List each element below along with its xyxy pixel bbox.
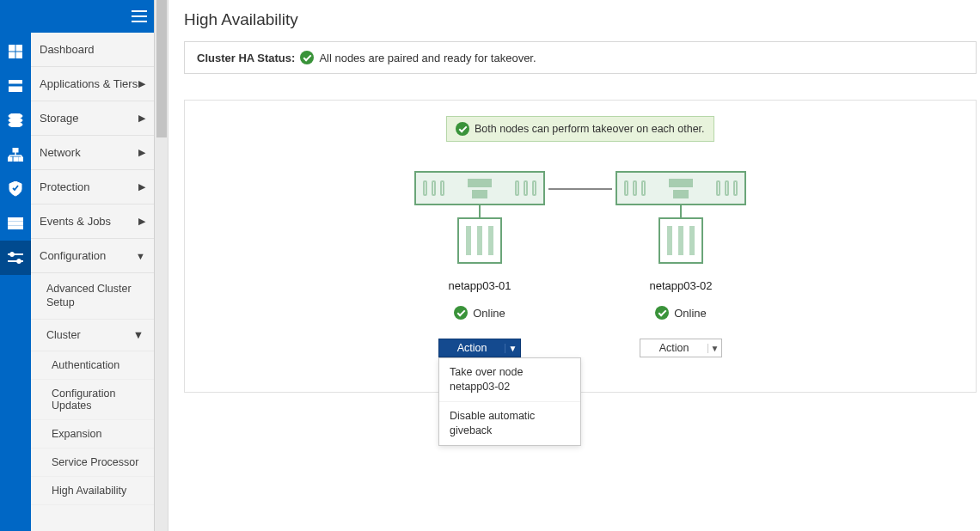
takeover-info-box: Both nodes can perform takeover on each … (446, 116, 714, 142)
node-status-text: Online (473, 307, 505, 320)
svg-rect-9 (13, 148, 18, 152)
connector-stem (680, 205, 682, 217)
sidebar-item-storage[interactable]: Storage ▶ (31, 101, 154, 136)
svg-rect-5 (9, 87, 22, 92)
svg-rect-0 (9, 45, 15, 51)
svg-rect-1 (16, 45, 22, 51)
sidebar-item-network[interactable]: Network ▶ (31, 136, 154, 170)
sidebar-leaf-authentication[interactable]: Authentication (31, 351, 154, 380)
sidebar-item-label: Events & Jobs (40, 215, 111, 228)
svg-rect-10 (8, 157, 12, 162)
protection-icon[interactable] (0, 172, 31, 206)
sidebar-item-configuration[interactable]: Configuration ▼ (31, 239, 154, 273)
svg-rect-2 (9, 52, 15, 58)
sidebar-item-label: Network (40, 146, 81, 159)
chevron-right-icon: ▶ (138, 147, 145, 158)
ha-panel: Both nodes can perform takeover on each … (184, 100, 977, 393)
controller-icon (414, 171, 545, 205)
node-action-button[interactable]: Action ▼ (438, 339, 521, 357)
sidebar-top-bar (31, 0, 154, 33)
node-card: netapp03-01 Online Action ▼ Take over no… (411, 171, 548, 357)
node-action-button[interactable]: Action ▼ (640, 339, 722, 357)
storage-icon[interactable] (0, 103, 31, 137)
sidebar-item-label: Applications & Tiers (40, 77, 138, 90)
sidebar-item-dashboard[interactable]: Dashboard (31, 33, 154, 67)
chevron-right-icon: ▶ (138, 78, 145, 89)
sidebar-item-label: Protection (40, 180, 90, 193)
sidebar-item-label: Configuration (40, 249, 106, 262)
check-icon (300, 51, 314, 64)
takeover-info-text: Both nodes can perform takeover on each … (475, 123, 705, 135)
caret-down-icon: ▼ (505, 344, 520, 353)
action-button-label: Action (640, 342, 707, 354)
ha-status-text: All nodes are paired and ready for takeo… (319, 52, 536, 64)
sidebar-sub-label: Advanced Cluster Setup (46, 282, 144, 310)
node-status-text: Online (674, 307, 707, 320)
sidebar-leaf-expansion[interactable]: Expansion (31, 420, 154, 449)
sidebar-item-label: Storage (40, 112, 79, 125)
svg-rect-18 (8, 222, 23, 225)
cluster-ha-status-bar: Cluster HA Status: All nodes are paired … (184, 41, 977, 74)
caret-down-icon: ▼ (707, 344, 721, 353)
connector-stem (479, 205, 481, 217)
sidebar-item-applications[interactable]: Applications & Tiers ▶ (31, 67, 154, 101)
ha-status-label: Cluster HA Status: (197, 52, 295, 64)
action-button-label: Action (439, 342, 505, 354)
node-status: Online (655, 306, 707, 320)
node-status: Online (454, 306, 505, 320)
svg-rect-12 (19, 157, 23, 162)
ha-connector-line (548, 188, 612, 190)
svg-point-8 (9, 122, 22, 127)
controller-icon (616, 171, 746, 205)
node-name: netapp03-01 (448, 279, 511, 292)
chevron-down-icon: ▼ (133, 328, 144, 342)
node-card: netapp03-02 Online Action ▼ (612, 171, 750, 357)
scrollbar-thumb[interactable] (156, 0, 167, 137)
events-icon[interactable] (0, 206, 31, 241)
svg-rect-3 (16, 52, 22, 58)
configuration-icon[interactable] (0, 241, 31, 275)
chevron-right-icon: ▶ (138, 216, 145, 227)
sidebar-sub-cluster[interactable]: Cluster ▼ (31, 320, 154, 351)
chevron-down-icon: ▼ (136, 251, 145, 261)
menu-item-takeover[interactable]: Take over node netapp03-02 (439, 358, 580, 402)
sidebar: Dashboard Applications & Tiers ▶ Storage… (31, 0, 155, 531)
sidebar-item-label: Dashboard (40, 43, 95, 56)
sidebar-leaf-configuration-updates[interactable]: Configuration Updates (31, 380, 154, 420)
svg-rect-11 (14, 157, 18, 162)
svg-point-23 (17, 259, 21, 264)
svg-point-21 (10, 253, 15, 257)
sidebar-leaf-service-processor[interactable]: Service Processor (31, 449, 154, 477)
page-title: High Availability (184, 10, 980, 29)
disk-shelf-icon (457, 217, 502, 264)
menu-item-disable-giveback[interactable]: Disable automatic giveback (439, 402, 580, 445)
sidebar-sub-advanced-cluster-setup[interactable]: Advanced Cluster Setup (31, 273, 154, 320)
svg-rect-4 (9, 80, 22, 83)
nodes-diagram: netapp03-01 Online Action ▼ Take over no… (185, 171, 976, 357)
check-icon (454, 306, 468, 320)
svg-rect-19 (8, 226, 23, 229)
action-menu: Take over node netapp03-02 Disable autom… (438, 357, 581, 446)
home-icon-cell (0, 0, 31, 34)
scrollbar[interactable] (155, 0, 168, 531)
nav-icon-column (0, 0, 31, 531)
check-icon (655, 306, 669, 320)
dashboard-icon[interactable] (0, 34, 31, 69)
sidebar-sub-label: Cluster (46, 328, 81, 342)
sidebar-item-events[interactable]: Events & Jobs ▶ (31, 204, 154, 239)
hamburger-button[interactable] (31, 0, 154, 33)
sidebar-leaf-high-availability[interactable]: High Availability (31, 477, 154, 505)
chevron-right-icon: ▶ (138, 181, 145, 192)
chevron-right-icon: ▶ (138, 113, 145, 124)
sidebar-item-protection[interactable]: Protection ▶ (31, 170, 154, 204)
hamburger-icon (132, 10, 147, 22)
applications-icon[interactable] (0, 69, 31, 103)
check-icon (456, 122, 469, 136)
main-content: High Availability Cluster HA Status: All… (168, 0, 980, 531)
node-name: netapp03-02 (649, 279, 712, 292)
network-icon[interactable] (0, 137, 31, 172)
disk-shelf-icon (658, 217, 703, 264)
svg-rect-17 (8, 217, 23, 221)
